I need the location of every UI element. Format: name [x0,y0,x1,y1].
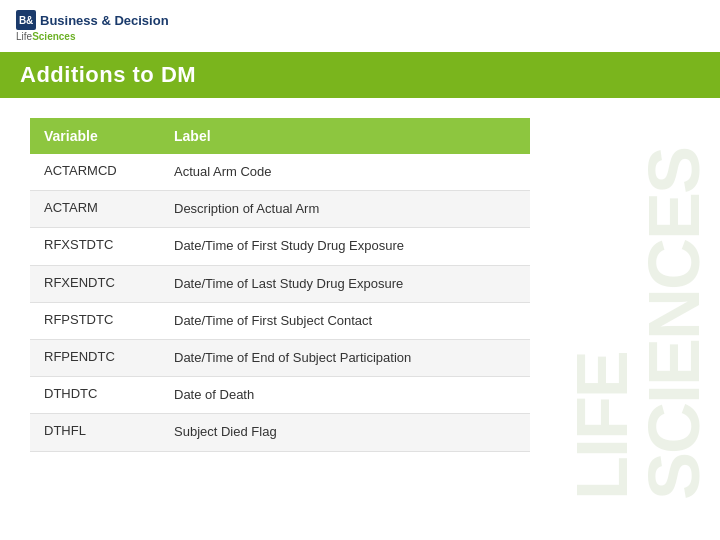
logo: B & Business & Decision LifeSciences [16,10,169,42]
cell-variable: ACTARM [30,191,160,228]
table-row: DTHFLSubject Died Flag [30,414,530,451]
table-row: DTHDTCDate of Death [30,377,530,414]
cell-variable: RFXENDTC [30,265,160,302]
main-content: LIFE SCIENCES Variable Label ACTARMCDAct… [0,98,720,472]
cell-variable: RFPSTDTC [30,302,160,339]
cell-variable: DTHFL [30,414,160,451]
logo-icon: B & [16,10,36,30]
additions-table: Variable Label ACTARMCDActual Arm CodeAC… [30,118,530,452]
title-bar: Additions to DM [0,52,720,98]
logo-bd: B & Business & Decision [16,10,169,30]
cell-variable: RFPENDTC [30,339,160,376]
table-row: RFXENDTCDate/Time of Last Study Drug Exp… [30,265,530,302]
cell-label: Date/Time of First Study Drug Exposure [160,228,530,265]
cell-label: Date of Death [160,377,530,414]
logo-bd-text: Business & Decision [40,13,169,28]
svg-text:&: & [26,15,33,26]
cell-label: Date/Time of End of Subject Participatio… [160,339,530,376]
header: B & Business & Decision LifeSciences [0,0,720,52]
logo-lifesciences: LifeSciences [16,31,76,42]
cell-variable: RFXSTDTC [30,228,160,265]
cell-label: Date/Time of First Subject Contact [160,302,530,339]
logo-sciences-text: Sciences [32,31,75,42]
cell-variable: DTHDTC [30,377,160,414]
cell-label: Date/Time of Last Study Drug Exposure [160,265,530,302]
table-row: RFPSTDTCDate/Time of First Subject Conta… [30,302,530,339]
table-header-row: Variable Label [30,118,530,154]
table-row: RFPENDTCDate/Time of End of Subject Part… [30,339,530,376]
col-label-header: Label [160,118,530,154]
cell-label: Description of Actual Arm [160,191,530,228]
table-row: RFXSTDTCDate/Time of First Study Drug Ex… [30,228,530,265]
page-title: Additions to DM [20,62,196,88]
table-row: ACTARMCDActual Arm Code [30,154,530,191]
table-row: ACTARMDescription of Actual Arm [30,191,530,228]
cell-label: Actual Arm Code [160,154,530,191]
col-variable-header: Variable [30,118,160,154]
watermark: LIFE SCIENCES [566,148,710,500]
cell-label: Subject Died Flag [160,414,530,451]
table-body: ACTARMCDActual Arm CodeACTARMDescription… [30,154,530,451]
cell-variable: ACTARMCD [30,154,160,191]
